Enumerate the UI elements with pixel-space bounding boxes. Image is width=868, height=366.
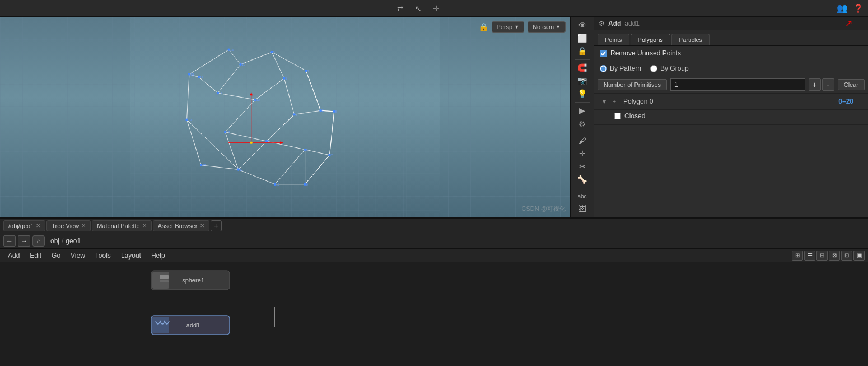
paint-icon[interactable]: 🖌 bbox=[573, 135, 591, 146]
help-icon[interactable]: ❓ bbox=[852, 3, 864, 14]
scissors-icon[interactable]: ✂ bbox=[573, 160, 591, 172]
main-area: 0 1 2 3 4 5 6 7 8 9 bbox=[0, 17, 868, 217]
crosshair-icon[interactable]: ✛ bbox=[573, 147, 591, 159]
light-icon[interactable]: 💡 bbox=[573, 88, 591, 100]
primitives-value-input[interactable] bbox=[670, 78, 805, 91]
tab-particles[interactable]: Particles bbox=[671, 34, 710, 45]
lock-panel-icon[interactable]: 🔒 bbox=[573, 45, 591, 57]
view-icon[interactable]: 👁 bbox=[573, 19, 591, 31]
closed-checkbox[interactable] bbox=[614, 113, 621, 119]
menu-add[interactable]: Add bbox=[3, 251, 24, 261]
svg-text:19: 19 bbox=[188, 118, 192, 122]
layout-icon-2[interactable]: ☰ bbox=[804, 251, 815, 261]
settings-icon[interactable]: ⚙ bbox=[573, 118, 591, 129]
viewport[interactable]: 0 1 2 3 4 5 6 7 8 9 bbox=[0, 17, 570, 217]
add-polygon-icon[interactable]: + bbox=[610, 97, 619, 106]
svg-point-80 bbox=[200, 164, 202, 166]
radio-row: By Pattern By Group bbox=[594, 61, 868, 76]
by-group-label: By Group bbox=[660, 64, 689, 72]
menu-help[interactable]: Help bbox=[147, 251, 170, 261]
by-pattern-option[interactable]: By Pattern bbox=[600, 64, 641, 72]
remove-unused-points-checkbox[interactable] bbox=[600, 50, 607, 57]
nav-path-geo1[interactable]: geo1 bbox=[66, 237, 81, 245]
add-tab-button[interactable]: + bbox=[211, 220, 222, 231]
svg-rect-85 bbox=[160, 275, 169, 279]
pose-icon[interactable]: 🦴 bbox=[573, 174, 591, 186]
plus-button[interactable]: + bbox=[809, 78, 821, 91]
forward-button[interactable]: → bbox=[18, 235, 30, 247]
toolbar-separator-1 bbox=[575, 59, 590, 60]
collapse-icon[interactable]: ▼ bbox=[600, 97, 609, 106]
panel-header-icon: ⚙ bbox=[599, 20, 605, 27]
svg-text:8: 8 bbox=[306, 183, 308, 186]
menu-layout[interactable]: Layout bbox=[116, 251, 146, 261]
tab-obj-geo1-close[interactable]: ✕ bbox=[36, 223, 40, 229]
select-icon[interactable]: ↖ bbox=[413, 3, 424, 14]
panel-divider bbox=[594, 124, 868, 125]
abc-label[interactable]: abc bbox=[573, 191, 591, 202]
plus-minus-group: + - bbox=[809, 78, 834, 91]
users-icon[interactable]: 👥 bbox=[837, 3, 848, 14]
svg-text:add1: add1 bbox=[186, 322, 200, 328]
tab-polygons[interactable]: Polygons bbox=[631, 34, 670, 45]
lock-icon[interactable]: 🔒 bbox=[479, 22, 488, 31]
menu-tools[interactable]: Tools bbox=[91, 251, 115, 261]
svg-text:11: 11 bbox=[240, 168, 243, 172]
tab-asset-browser-close[interactable]: ✕ bbox=[200, 223, 204, 229]
select-box-icon[interactable]: ⬜ bbox=[573, 32, 591, 44]
move-icon[interactable]: ✛ bbox=[431, 3, 442, 14]
number-of-primitives-button[interactable]: Number of Primitives bbox=[598, 79, 667, 90]
layout-icon-5[interactable]: ⊡ bbox=[841, 251, 852, 261]
home-button[interactable]: ⌂ bbox=[32, 235, 45, 247]
toolbar-separator-2 bbox=[575, 102, 590, 103]
transform-icon[interactable]: ⇄ bbox=[395, 3, 406, 14]
snap-icon[interactable]: 🧲 bbox=[573, 62, 591, 73]
layout-icon-3[interactable]: ⊟ bbox=[816, 251, 828, 261]
menu-view[interactable]: View bbox=[66, 251, 90, 261]
svg-text:6: 6 bbox=[306, 148, 308, 151]
by-pattern-radio[interactable] bbox=[600, 65, 607, 72]
by-group-radio[interactable] bbox=[650, 65, 657, 72]
tab-material-palette-label: Material Palette bbox=[97, 223, 139, 229]
tab-material-palette-close[interactable]: ✕ bbox=[142, 223, 147, 229]
svg-point-54 bbox=[328, 154, 330, 156]
node-canvas[interactable]: sphere1 add1 bbox=[0, 262, 868, 366]
svg-point-40 bbox=[293, 113, 295, 115]
svg-text:1: 1 bbox=[286, 77, 287, 80]
layout-icon-4[interactable]: ⊠ bbox=[829, 251, 840, 261]
menu-edit[interactable]: Edit bbox=[25, 251, 46, 261]
tab-obj-geo1-label: /obj/geo1 bbox=[8, 223, 34, 229]
menu-go[interactable]: Go bbox=[47, 251, 65, 261]
tab-asset-browser[interactable]: Asset Browser ✕ bbox=[153, 220, 209, 231]
svg-text:2: 2 bbox=[322, 109, 324, 112]
closed-label: Closed bbox=[624, 112, 645, 120]
tab-obj-geo1[interactable]: /obj/geo1 ✕ bbox=[3, 220, 45, 231]
layout-icon-6[interactable]: ▣ bbox=[853, 251, 865, 261]
node-add1[interactable]: add1 bbox=[151, 316, 230, 335]
nocam-button[interactable]: No cam ▼ bbox=[528, 21, 566, 33]
svg-point-58 bbox=[265, 140, 268, 142]
render-icon[interactable]: ▶ bbox=[573, 105, 591, 117]
image-icon[interactable]: 🖼 bbox=[573, 203, 591, 215]
svg-text:16: 16 bbox=[230, 48, 234, 52]
camera-icon[interactable]: 📷 bbox=[573, 75, 591, 87]
tab-tree-view[interactable]: Tree View ✕ bbox=[46, 220, 91, 231]
layout-icon-1[interactable]: ⊞ bbox=[792, 251, 803, 261]
panel-title: Add bbox=[608, 20, 621, 27]
nav-path-sep: / bbox=[62, 237, 63, 245]
by-group-option[interactable]: By Group bbox=[650, 64, 689, 72]
persp-button[interactable]: Persp ▼ bbox=[492, 21, 525, 33]
svg-point-64 bbox=[254, 99, 256, 101]
geometry-canvas: 0 1 2 3 4 5 6 7 8 9 bbox=[0, 17, 570, 217]
node-sphere1[interactable]: sphere1 bbox=[151, 271, 230, 290]
closed-row: Closed bbox=[594, 110, 868, 122]
tab-points[interactable]: Points bbox=[598, 34, 629, 45]
tab-tree-view-close[interactable]: ✕ bbox=[81, 223, 86, 229]
by-pattern-label: By Pattern bbox=[610, 64, 641, 72]
nav-path-obj[interactable]: obj bbox=[50, 237, 59, 245]
menu-tools-right: ⊞ ☰ ⊟ ⊠ ⊡ ▣ bbox=[792, 251, 865, 261]
tab-material-palette[interactable]: Material Palette ✕ bbox=[92, 220, 151, 231]
minus-button[interactable]: - bbox=[822, 78, 834, 91]
back-button[interactable]: ← bbox=[3, 235, 16, 247]
clear-button[interactable]: Clear bbox=[838, 79, 865, 90]
